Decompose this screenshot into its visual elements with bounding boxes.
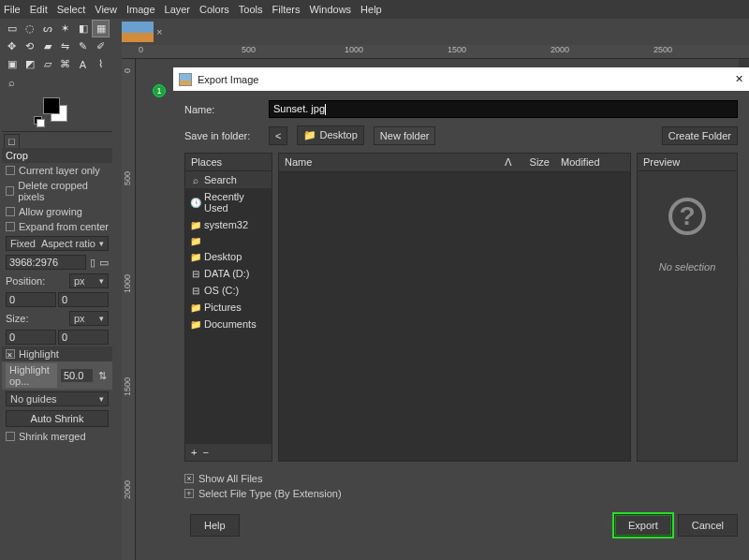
pencil-tool-icon[interactable]: ✐ — [93, 38, 109, 54]
combo-value: Fixed — [10, 238, 36, 249]
folder-back-button[interactable]: < — [269, 126, 287, 145]
tool-options-panel: □ Crop Current layer only Delete cropped… — [2, 131, 112, 444]
chevron-down-icon: ▾ — [99, 394, 104, 404]
column-size[interactable]: Size — [518, 154, 555, 171]
show-all-files-toggle[interactable]: Show All Files — [198, 473, 262, 484]
image-thumbnail[interactable] — [122, 22, 154, 42]
move-tool-icon[interactable]: ✥ — [4, 38, 20, 54]
zoom-tool-icon[interactable]: ⌕ — [4, 74, 20, 90]
menu-edit[interactable]: Edit — [30, 4, 48, 15]
export-button[interactable]: Export — [614, 514, 672, 537]
menu-view[interactable]: View — [95, 4, 117, 15]
annotation-marker-1: 1 — [153, 84, 166, 97]
opt-shrink-merged: Shrink merged — [19, 431, 86, 442]
place-recent[interactable]: 🕓Recently Used — [185, 188, 272, 216]
color-select-tool-icon[interactable]: ◧ — [75, 21, 91, 37]
tool-options-tab[interactable]: □ — [4, 134, 20, 148]
menu-help[interactable]: Help — [360, 4, 382, 15]
column-modified[interactable]: Modified — [555, 154, 630, 171]
position-unit-combo[interactable]: px▾ — [69, 273, 109, 288]
foreground-color-swatch[interactable] — [43, 97, 60, 114]
gradient-tool-icon[interactable]: ◩ — [22, 56, 37, 72]
clone-tool-icon[interactable]: ⌘ — [57, 56, 73, 72]
places-remove-button[interactable]: − — [203, 447, 209, 458]
column-name[interactable]: Nameᐱ — [279, 154, 518, 171]
folder-new-button[interactable]: New folder — [374, 126, 436, 145]
checkbox[interactable] — [6, 186, 14, 196]
places-sidebar: Places ⌕Search 🕓Recently Used 📁system32 … — [184, 153, 272, 462]
position-x-input[interactable]: 0 — [6, 292, 56, 307]
paths-tool-icon[interactable]: ⌇ — [93, 56, 109, 72]
place-data-d[interactable]: ⊟DATA (D:) — [185, 265, 272, 282]
create-folder-button[interactable]: Create Folder — [662, 126, 738, 145]
lasso-tool-icon[interactable]: ᔕ — [39, 21, 55, 37]
dialog-titlebar[interactable]: Export Image ✕ — [173, 67, 749, 91]
size-w-input[interactable]: 0 — [6, 330, 56, 345]
menu-image[interactable]: Image — [126, 4, 155, 15]
paintbrush-tool-icon[interactable]: ✎ — [75, 38, 91, 54]
checkbox[interactable] — [6, 207, 15, 216]
checkbox[interactable] — [6, 166, 15, 175]
eraser-tool-icon[interactable]: ▱ — [39, 56, 55, 72]
default-colors-icon[interactable] — [34, 116, 43, 125]
question-mark-icon: ? — [668, 198, 706, 235]
place-pictures[interactable]: 📁Pictures — [185, 299, 272, 316]
cancel-button[interactable]: Cancel — [678, 514, 738, 537]
close-image-icon[interactable]: × — [156, 26, 162, 37]
place-blank[interactable]: 📁 — [185, 233, 272, 248]
bucket-fill-tool-icon[interactable]: ▣ — [4, 56, 20, 72]
ruler-label: 2500 — [654, 45, 672, 54]
folder-current-button[interactable]: 📁 Desktop — [297, 125, 363, 145]
scale-tool-icon[interactable]: ▰ — [39, 38, 55, 54]
checkbox[interactable] — [6, 222, 15, 231]
horizontal-ruler: 0 500 1000 1500 2000 2500 3000 — [122, 45, 749, 59]
help-button[interactable]: Help — [190, 514, 240, 537]
size-unit-combo[interactable]: px▾ — [69, 311, 109, 326]
crop-tool-icon[interactable]: ▦ — [93, 21, 109, 37]
guides-combo[interactable]: No guides▾ — [6, 391, 109, 406]
checkbox-checked[interactable] — [6, 349, 15, 359]
aspect-mode-combo[interactable]: Fixed Aspect ratio ▾ — [6, 236, 109, 251]
menu-tools[interactable]: Tools — [239, 4, 263, 15]
ellipse-select-tool-icon[interactable]: ◌ — [22, 21, 37, 37]
menu-colors[interactable]: Colors — [199, 4, 229, 15]
auto-shrink-button[interactable]: Auto Shrink — [6, 410, 109, 427]
highlight-opacity-value[interactable]: 50.0 — [61, 369, 93, 382]
position-y-input[interactable]: 0 — [58, 292, 109, 307]
close-icon[interactable]: ✕ — [735, 73, 743, 85]
menu-layer[interactable]: Layer — [165, 4, 191, 15]
spinner-icon[interactable]: ⇅ — [96, 370, 109, 382]
place-system32[interactable]: 📁system32 — [185, 216, 272, 233]
filename-input[interactable]: Sunset. jpg — [269, 100, 738, 118]
expand-toggle[interactable]: + — [184, 489, 194, 498]
opt-current-layer: Current layer only — [19, 165, 100, 176]
text-tool-icon[interactable]: A — [75, 56, 91, 72]
rect-select-tool-icon[interactable]: ▭ — [4, 21, 20, 37]
checkbox[interactable] — [6, 432, 15, 441]
flip-tool-icon[interactable]: ⇋ — [57, 38, 73, 54]
landscape-icon[interactable]: ▭ — [99, 257, 109, 269]
opt-allow-growing: Allow growing — [19, 206, 82, 217]
folder-icon: 📁 — [191, 220, 200, 229]
file-list[interactable]: Nameᐱ Size Modified — [278, 153, 631, 462]
export-image-dialog: Export Image ✕ Name: Sunset. jpg Save in… — [173, 67, 749, 560]
rotate-tool-icon[interactable]: ⟲ — [22, 38, 37, 54]
select-file-type-toggle[interactable]: Select File Type (By Extension) — [198, 488, 342, 499]
places-add-button[interactable]: + — [191, 447, 197, 458]
size-label: Size: — [6, 313, 28, 324]
menu-file[interactable]: File — [4, 4, 21, 15]
color-swatches[interactable] — [43, 97, 75, 124]
preview-no-selection: No selection — [659, 261, 716, 273]
size-h-input[interactable]: 0 — [58, 330, 109, 345]
fuzzy-select-tool-icon[interactable]: ✶ — [57, 21, 73, 37]
place-search[interactable]: ⌕Search — [185, 171, 272, 188]
menu-windows[interactable]: Windows — [309, 4, 351, 15]
place-os-c[interactable]: ⊟OS (C:) — [185, 282, 272, 299]
expand-toggle[interactable]: × — [184, 474, 194, 483]
place-documents[interactable]: 📁Documents — [185, 316, 272, 332]
place-desktop[interactable]: 📁Desktop — [185, 248, 272, 265]
menu-select[interactable]: Select — [57, 4, 86, 15]
aspect-value-input[interactable]: 3968:2976 — [6, 255, 86, 270]
menu-filters[interactable]: Filters — [272, 4, 301, 15]
portrait-icon[interactable]: ▯ — [90, 257, 95, 269]
